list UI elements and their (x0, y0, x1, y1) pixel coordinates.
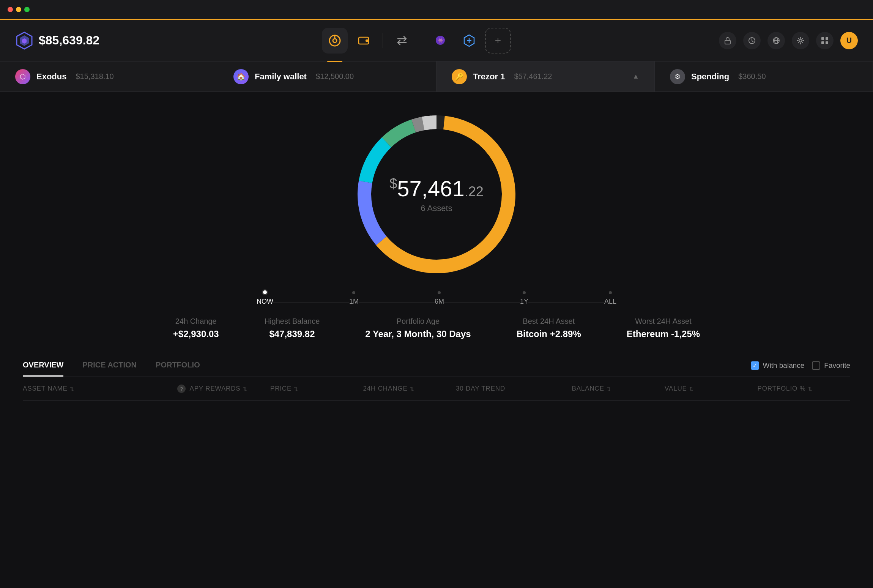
th-30day-trend[interactable]: 30 DAY TREND (456, 385, 572, 393)
th-apy-rewards[interactable]: ? APY REWARDS ⇅ (177, 385, 270, 393)
timeline-all[interactable]: ALL (604, 291, 616, 306)
svg-text:👾: 👾 (437, 37, 444, 44)
th-balance[interactable]: BALANCE ⇅ (572, 385, 665, 393)
nav-chat[interactable]: 👾 (427, 28, 453, 54)
tab-portfolio[interactable]: PORTFOLIO (156, 355, 200, 377)
header-right: U (719, 32, 858, 49)
favorite-checkbox[interactable] (812, 361, 820, 370)
wallet-item-spending[interactable]: ⚙ Spending $360.50 (655, 61, 873, 91)
tab-filters: ✓ With balance Favorite (751, 361, 850, 370)
sort-price-icon: ⇅ (294, 386, 298, 392)
timeline-dot-6m (438, 291, 441, 294)
family-icon: 🏠 (233, 69, 249, 84)
th-asset-name[interactable]: ASSET NAME ⇅ (23, 385, 177, 393)
grid-button[interactable] (816, 32, 834, 49)
stat-highest-label: Highest Balance (265, 317, 320, 326)
network-icon (772, 36, 780, 45)
nav-transfer[interactable] (389, 28, 415, 54)
lock-button[interactable] (719, 32, 736, 49)
dollar-sign: $ (389, 176, 397, 191)
timeline-label-6m: 6M (435, 298, 444, 306)
stat-age: Portfolio Age 2 Year, 3 Month, 30 Days (365, 317, 471, 339)
window-controls (8, 7, 30, 12)
stat-24h-value: +$2,930.03 (173, 329, 219, 339)
timeline-label-1y: 1Y (520, 298, 528, 306)
spending-icon: ⚙ (670, 69, 685, 84)
exodus-balance: $15,318.10 (76, 72, 113, 81)
svg-rect-20 (826, 37, 828, 40)
assets-count: 6 Assets (389, 203, 483, 213)
stat-highest-value: $47,839.82 (265, 329, 320, 339)
filter-favorite[interactable]: Favorite (812, 361, 850, 370)
nav-add-wallet[interactable] (456, 28, 482, 54)
nav-divider-2 (421, 33, 421, 48)
network-button[interactable] (767, 32, 785, 49)
maximize-button[interactable] (24, 7, 30, 12)
tab-overview[interactable]: OVERVIEW (23, 355, 63, 377)
history-button[interactable] (743, 32, 761, 49)
svg-rect-13 (725, 40, 730, 44)
timeline-line-4 (528, 303, 604, 303)
settings-button[interactable] (792, 32, 809, 49)
stat-24h-label: 24h Change (173, 317, 219, 326)
sort-24h-icon: ⇅ (410, 386, 414, 392)
table-tabs: OVERVIEW PRICE ACTION PORTFOLIO ✓ With b… (23, 355, 850, 377)
timeline-line-3 (444, 303, 520, 303)
stat-age-label: Portfolio Age (365, 317, 471, 326)
tab-price-action[interactable]: PRICE ACTION (82, 355, 137, 377)
sort-value-icon: ⇅ (689, 386, 694, 392)
app-logo (15, 32, 33, 50)
nav-dashboard[interactable] (322, 28, 348, 54)
timeline-label-now: NOW (257, 298, 273, 306)
nav-add-more[interactable]: + (485, 28, 511, 54)
wallet-item-trezor[interactable]: 🔑 Trezor 1 $57,461.22 ▲ (436, 61, 655, 91)
stat-24h-change: 24h Change +$2,930.03 (173, 317, 219, 339)
main-content: $57,461.22 6 Assets NOW 1M 6M (0, 92, 873, 588)
th-value[interactable]: VALUE ⇅ (665, 385, 757, 393)
timeline-6m[interactable]: 6M (435, 291, 444, 306)
sort-portfolio-icon: ⇅ (808, 386, 813, 392)
timeline-dot-1y (523, 291, 526, 294)
apy-help-icon[interactable]: ? (177, 385, 186, 393)
nav-wallet[interactable] (351, 28, 377, 54)
timeline-label-1m: 1M (349, 298, 359, 306)
timeline-dot-now (262, 289, 268, 295)
family-name: Family wallet (255, 72, 307, 82)
table-header: ASSET NAME ⇅ ? APY REWARDS ⇅ PRICE ⇅ 24H… (23, 377, 850, 401)
close-button[interactable] (8, 7, 13, 12)
settings-icon (796, 36, 805, 45)
timeline-1y[interactable]: 1Y (520, 291, 528, 306)
th-portfolio-pct[interactable]: PORTFOLIO % ⇅ (758, 385, 851, 393)
logo-area: $85,639.82 (15, 32, 114, 50)
plus-icon: + (495, 35, 501, 47)
svg-rect-22 (826, 41, 828, 44)
favorite-label: Favorite (824, 361, 850, 370)
svg-point-4 (333, 39, 337, 43)
filter-with-balance[interactable]: ✓ With balance (751, 361, 805, 370)
timeline-1m[interactable]: 1M (349, 291, 359, 306)
minimize-button[interactable] (16, 7, 21, 12)
history-icon (748, 36, 756, 45)
portfolio-amount: $57,461.22 (389, 176, 483, 201)
wallet-item-family[interactable]: 🏠 Family wallet $12,500.00 (218, 61, 436, 91)
chat-icon: 👾 (434, 34, 447, 47)
trezor-chevron: ▲ (632, 73, 639, 80)
trezor-name: Trezor 1 (473, 72, 505, 82)
add-wallet-icon (463, 34, 476, 47)
with-balance-checkbox[interactable]: ✓ (751, 361, 759, 370)
sort-asset-name-icon: ⇅ (70, 386, 74, 392)
stat-age-value: 2 Year, 3 Month, 30 Days (365, 329, 471, 339)
amount-cents: .22 (465, 184, 484, 199)
spending-name: Spending (691, 72, 729, 82)
grid-icon (821, 36, 829, 45)
svg-rect-19 (821, 37, 824, 40)
timeline-line-1 (273, 303, 349, 303)
th-24h-change[interactable]: 24H CHANGE ⇅ (363, 385, 455, 393)
th-price[interactable]: PRICE ⇅ (270, 385, 363, 393)
timeline-line-2 (359, 303, 435, 303)
user-avatar[interactable]: U (840, 32, 858, 49)
header: $85,639.82 (0, 20, 873, 61)
wallet-item-exodus[interactable]: ⬡ Exodus $15,318.10 (0, 61, 218, 91)
amount-main: 57,461 (397, 176, 464, 201)
timeline-now[interactable]: NOW (257, 289, 273, 306)
